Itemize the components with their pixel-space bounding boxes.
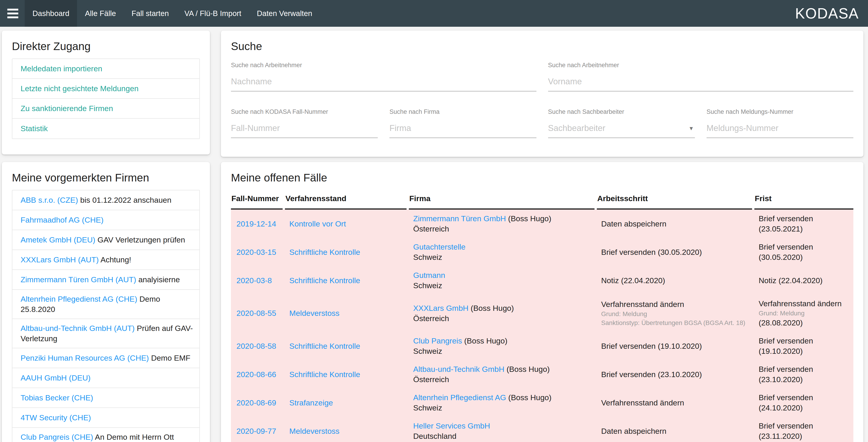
firma-link-club-pangreis[interactable]: Club Pangreis [413,337,462,345]
cell-firma: Club Pangreis (Boss Hugo)Schweiz [408,332,596,360]
link-meldedaten-importieren[interactable]: Meldedaten importieren [21,64,102,74]
verfahrensstand-link[interactable]: Meldeverstoss [289,309,339,317]
search-input-fall-nummer[interactable] [231,120,378,137]
list-item: Letzte nicht gesichtete Meldungen [12,79,199,99]
search-field-meldungs-nummer: Suche nach Meldungs-Nummer [707,108,854,138]
field-label: Suche nach Firma [390,108,536,116]
firma-land: Österreich [413,224,591,234]
arbeitsschritt-text: Daten abspeichern [601,219,749,229]
cell-firma: GutmannSchweiz [408,266,596,294]
firma-land: Österreich [413,374,591,385]
search-input-vorname[interactable] [548,73,854,91]
firm-entry: ABB s.r.o. (CZE) bis 01.12.2022 anschaue… [21,195,172,205]
cell-verfahrensstand: Kontrolle vor Ort [284,209,408,238]
frist-line: (23.10.2020) [759,374,849,385]
cell-arbeitsschritt: Daten abspeichern [596,417,753,442]
link-letzte-nicht-gesichtete-meldungen[interactable]: Letzte nicht gesichtete Meldungen [21,84,138,94]
chevron-down-icon[interactable]: ▼ [688,125,695,137]
verfahrensstand-link[interactable]: Meldeverstoss [289,427,339,435]
search-input-firma[interactable] [390,120,536,137]
cell-arbeitsschritt: Verfahrensstand ändernGrund: MeldungSank… [596,294,753,332]
vorgemerkte-firmen-card: Meine vorgemerkten Firmen ABB s.r.o. (CZ… [2,162,210,442]
firma-link-heller-services-gmbh[interactable]: Heller Services GmbH [413,421,490,430]
field-label: Suche nach KODASA Fall-Nummer [231,108,378,116]
firm-entry: AAUH GmbH (DEU) [21,373,91,383]
firma-link-altbau-und-technik-gmbh[interactable]: Altbau-und-Technik GmbH [413,365,504,373]
fall-link-2020-08-66[interactable]: 2020-08-66 [237,370,276,379]
firm-link-altbau-und-technik-gmbh-aut[interactable]: Altbau-und-Technik GmbH (AUT) [21,324,135,333]
verfahrensstand-link[interactable]: Kontrolle vor Ort [289,219,346,228]
verfahrensstand-link[interactable]: Schriftliche Kontrolle [289,370,360,379]
verfahrensstand-link[interactable]: Strafanzeige [289,398,333,407]
left-column: Direkter Zugang Meldedaten importierenLe… [2,31,210,442]
firm-link-4tw-security-che[interactable]: 4TW Security (CHE) [21,413,91,422]
search-input-sachbearbeiter[interactable] [548,120,688,137]
table-row: 2020-08-69StrafanzeigeAltenrhein Pfleged… [231,388,854,417]
firma-link-zimmermann-t-ren-gmbh[interactable]: Zimmermann Türen GmbH [413,214,506,223]
firm-link-ametek-gmbh-deu[interactable]: Ametek GmbH (DEU) [21,235,95,244]
search-form: Suche nach ArbeitnehmerSuche nach Arbeit… [231,61,854,138]
arbeitsschritt-text: Brief versenden (30.05.2020) [601,247,749,257]
firm-link-abb-s-r-o-cze[interactable]: ABB s.r.o. (CZE) [21,196,78,204]
firma-link-gutachterstelle[interactable]: Gutachterstelle [413,243,466,251]
fall-link-2020-08-58[interactable]: 2020-08-58 [237,342,276,350]
table-header-row: Fall-NummerVerfahrensstandFirmaArbeitssc… [231,190,854,209]
menu-icon[interactable] [7,9,18,18]
cell-verfahrensstand: Schriftliche Kontrolle [284,360,408,388]
firma-zusatz: (Boss Hugo) [464,337,507,345]
navbar: DashboardAlle FälleFall startenVA / Flü-… [0,0,868,27]
firm-link-fahrmaadhof-ag-che[interactable]: Fahrmaadhof AG (CHE) [21,216,103,224]
firm-link-penziki-human-resources-ag-che[interactable]: Penziki Human Resources AG (CHE) [21,353,149,362]
list-item: Zimmermann Türen GmbH (AUT) analyisierne [12,270,199,290]
table-row: 2020-09-77MeldeverstossHeller Services G… [231,417,854,442]
field-label: Suche nach Arbeitnehmer [548,61,854,69]
nav-item-fall-starten[interactable]: Fall starten [124,0,177,27]
arbeitsschritt-text: Verfahrensstand ändern [601,398,749,408]
fall-link-2020-08-69[interactable]: 2020-08-69 [237,398,276,407]
nav-item-dashboard[interactable]: Dashboard [25,0,77,27]
firm-link-aauh-gmbh-deu[interactable]: AAUH GmbH (DEU) [21,373,91,382]
firm-link-tobias-becker-che[interactable]: Tobias Becker (CHE) [21,393,93,402]
fall-link-2020-09-77[interactable]: 2020-09-77 [237,427,276,435]
cell-firma: Altenrhein Pflegedienst AG (Boss Hugo)Sc… [408,388,596,417]
link-zu-sanktionierende-firmen[interactable]: Zu sanktionierende Firmen [21,103,113,114]
firma-link-altenrhein-pflegedienst-ag[interactable]: Altenrhein Pflegedienst AG [413,393,506,402]
firma-line: Zimmermann Türen GmbH (Boss Hugo) [413,214,591,224]
cell-verfahrensstand: Meldeverstoss [284,294,408,332]
firm-link-xxxlars-gmbh-aut[interactable]: XXXLars GmbH (AUT) [21,255,99,264]
list-item: Ametek GmbH (DEU) GAV Verletzungen prüfe… [12,230,199,250]
fall-link-2020-03-15[interactable]: 2020-03-15 [237,248,276,256]
firm-link-club-pangreis-che[interactable]: Club Pangreis (CHE) [21,433,93,441]
frist-line: Grund: Meldung [759,309,849,318]
nav-item-va-fl-b-import[interactable]: VA / Flü-B Import [177,0,249,27]
verfahrensstand-link[interactable]: Schriftliche Kontrolle [289,276,360,285]
search-input-nachname[interactable] [231,73,536,91]
firma-link-gutmann[interactable]: Gutmann [413,271,445,280]
table-row: 2020-03-15Schriftliche KontrolleGutachte… [231,238,854,266]
form-row: Suche nach ArbeitnehmerSuche nach Arbeit… [231,61,854,91]
link-statistik[interactable]: Statistik [21,123,48,134]
list-item: Club Pangreis (CHE) An Demo mit Herrn Ot… [12,428,199,442]
firma-zusatz: (Boss Hugo) [508,214,551,223]
search-input-meldungs-nummer[interactable] [707,120,854,137]
fall-link-2020-03-8[interactable]: 2020-03-8 [237,276,272,285]
nav-item-daten-verwalten[interactable]: Daten Verwalten [249,0,320,27]
nav-item-alle-f-lle[interactable]: Alle Fälle [77,0,124,27]
cell-frist: Brief versenden(24.10.2020) [753,388,854,417]
verfahrensstand-link[interactable]: Schriftliche Kontrolle [289,342,360,350]
fall-link-2020-08-55[interactable]: 2020-08-55 [237,309,276,317]
firm-link-zimmermann-t-ren-gmbh-aut[interactable]: Zimmermann Türen GmbH (AUT) [21,275,136,284]
firma-link-xxxlars-gmbh[interactable]: XXXLars GmbH [413,304,468,312]
frist-line: (19.10.2020) [759,346,849,356]
verfahrensstand-link[interactable]: Schriftliche Kontrolle [289,248,360,256]
firma-land: Schweiz [413,403,591,413]
frist-line: Brief versenden [759,214,849,224]
field-underline: ▼ [548,120,695,138]
firm-entry: Altbau-und-Technik GmbH (AUT) Prüfen auf… [21,323,194,344]
fall-link-2019-12-14[interactable]: 2019-12-14 [237,219,276,228]
navbar-items: DashboardAlle FälleFall startenVA / Flü-… [25,0,320,27]
firma-line: Heller Services GmbH [413,421,591,431]
vorgemerkte-firmen-title: Meine vorgemerkten Firmen [12,162,200,184]
cell-verfahrensstand: Meldeverstoss [284,417,408,442]
firm-link-altenrhein-pflegedienst-ag-che[interactable]: Altenrhein Pflegedienst AG (CHE) [21,294,137,303]
